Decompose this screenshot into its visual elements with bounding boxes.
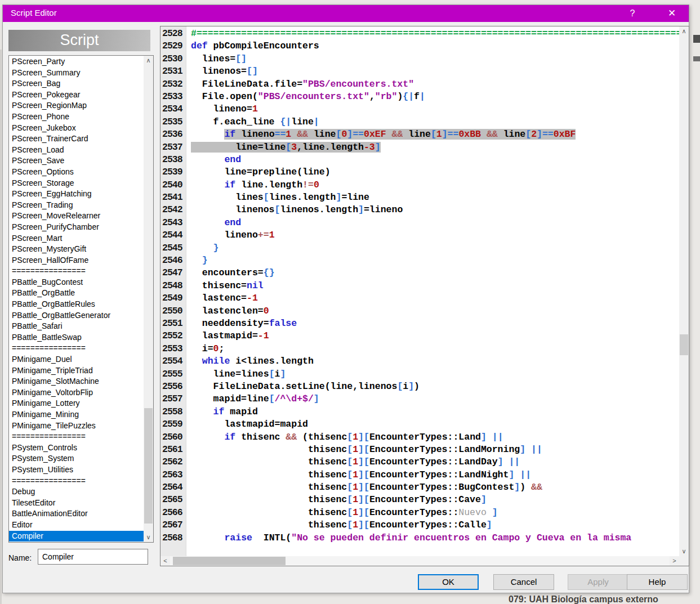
code-line[interactable]: #=======================================…: [191, 28, 679, 40]
script-list-item[interactable]: PScreen_Storage: [9, 178, 144, 189]
script-list-item[interactable]: PScreen_Phone: [9, 111, 144, 123]
code-line[interactable]: }: [191, 242, 679, 254]
script-list-item[interactable]: TilesetEditor: [9, 498, 144, 509]
script-list-item[interactable]: PScreen_Mart: [9, 233, 144, 244]
code-line[interactable]: line=lines[i]: [191, 368, 679, 381]
editor-code[interactable]: #=======================================…: [187, 26, 679, 556]
script-list[interactable]: PScreen_PartyPScreen_SummaryPScreen_BagP…: [8, 55, 154, 543]
code-line[interactable]: thisenc[1][EncounterTypes::LandNight] ||: [191, 469, 679, 481]
script-list-item[interactable]: PScreen_Load: [9, 145, 144, 156]
code-line[interactable]: if lineno==1 && line[0]==0xEF && line[1]…: [191, 128, 679, 141]
code-line[interactable]: lines=[]: [191, 53, 679, 65]
script-list-item[interactable]: PScreen_PurifyChamber: [9, 222, 144, 233]
code-line[interactable]: line=prepline(line): [191, 166, 679, 178]
script-list-item[interactable]: BattleAnimationEditor: [9, 508, 144, 520]
script-list-item[interactable]: Debug: [9, 486, 144, 498]
script-list-item[interactable]: PBattle_Safari: [9, 321, 144, 332]
script-list-item[interactable]: ================: [9, 266, 144, 277]
code-line[interactable]: if mapid: [191, 406, 679, 418]
code-line[interactable]: lastmapid=mapid: [191, 418, 679, 431]
code-editor[interactable]: 2528252925302531253225332534253525362537…: [160, 26, 689, 566]
name-input[interactable]: Compiler: [38, 549, 148, 565]
code-line[interactable]: lineno+=1: [191, 229, 679, 241]
code-line[interactable]: thisenc[1][EncounterTypes::LandMorning] …: [191, 444, 679, 456]
scrollbar-thumb[interactable]: [144, 408, 153, 524]
ok-button[interactable]: OK: [418, 574, 479, 590]
editor-vertical-scrollbar[interactable]: ∧ ∨: [679, 26, 689, 556]
script-list-item[interactable]: Compiler: [9, 531, 144, 542]
code-line[interactable]: lineno=1: [191, 103, 679, 115]
code-line[interactable]: }: [191, 254, 679, 267]
script-list-item[interactable]: PScreen_Summary: [9, 68, 144, 79]
scrollbar-thumb[interactable]: [173, 557, 286, 565]
close-icon[interactable]: ✕: [659, 5, 684, 22]
script-list-item[interactable]: PScreen_Bag: [9, 78, 144, 90]
script-list-item[interactable]: PBattle_OrgBattleRules: [9, 299, 144, 310]
help-icon[interactable]: ?: [620, 5, 645, 22]
scroll-up-icon[interactable]: ∧: [679, 26, 689, 36]
script-list-item[interactable]: PMinigame_VoltorbFlip: [9, 387, 144, 399]
code-line[interactable]: end: [191, 217, 679, 229]
code-line[interactable]: linenos[linenos.length]=lineno: [191, 204, 679, 216]
code-line[interactable]: File.open("PBS/encounters.txt","rb"){|f|: [191, 91, 679, 103]
script-list-item[interactable]: PScreen_TrainerCard: [9, 133, 144, 145]
script-list-item[interactable]: PBattle_BugContest: [9, 277, 144, 288]
script-list-item[interactable]: PScreen_EggHatching: [9, 189, 144, 200]
script-list-item[interactable]: PSystem_Controls: [9, 442, 144, 454]
code-line[interactable]: linenos=[]: [191, 65, 679, 78]
code-line[interactable]: lastmapid=-1: [191, 330, 679, 342]
script-list-item[interactable]: PBattle_BattleSwap: [9, 332, 144, 343]
titlebar[interactable]: Script Editor ? ✕: [3, 5, 689, 22]
code-line[interactable]: thisenc[1][EncounterTypes::LandDay] ||: [191, 456, 679, 468]
cancel-button[interactable]: Cancel: [493, 574, 554, 590]
code-line[interactable]: thisenc[1][EncounterTypes::Nuevo ]: [191, 507, 679, 519]
code-line[interactable]: FileLineData.file="PBS/encounters.txt": [191, 78, 679, 91]
code-line[interactable]: i=0;: [191, 343, 679, 355]
code-line[interactable]: mapid=line[/^\d+$/]: [191, 393, 679, 405]
code-line[interactable]: end: [191, 154, 679, 166]
code-line[interactable]: thisenc[1][EncounterTypes::Cave]: [191, 494, 679, 506]
script-list-item[interactable]: PScreen_Pokegear: [9, 90, 144, 101]
script-list-item[interactable]: ================: [9, 476, 144, 487]
code-line[interactable]: thisenc[1][EncounterTypes::Calle]: [191, 519, 679, 531]
script-list-item[interactable]: PScreen_MoveRelearner: [9, 211, 144, 222]
code-line[interactable]: FileLineData.setLine(line,linenos[i]): [191, 381, 679, 393]
script-list-item[interactable]: ================: [9, 343, 144, 354]
script-list-item[interactable]: PBattle_OrgBattleGenerator: [9, 310, 144, 321]
scroll-down-icon[interactable]: ∨: [679, 547, 689, 556]
code-line[interactable]: def pbCompileEncounters: [191, 40, 679, 52]
help-button[interactable]: Help: [627, 574, 688, 590]
script-list-item[interactable]: ================: [9, 431, 144, 442]
script-list-item[interactable]: PScreen_Save: [9, 155, 144, 167]
script-list-item[interactable]: PBattle_OrgBattle: [9, 288, 144, 299]
script-list-item[interactable]: PSystem_System: [9, 453, 144, 464]
script-list-item[interactable]: PScreen_MysteryGift: [9, 244, 144, 255]
code-line[interactable]: lastenc=-1: [191, 292, 679, 305]
code-line[interactable]: raise INTL("No se pueden definir encuent…: [191, 532, 679, 544]
scrollbar-thumb[interactable]: [680, 334, 688, 355]
code-line[interactable]: needdensity=false: [191, 317, 679, 330]
code-line[interactable]: if line.length!=0: [191, 179, 679, 191]
code-line[interactable]: f.each_line {|line|: [191, 116, 679, 128]
code-line[interactable]: lastenclen=0: [191, 305, 679, 317]
scroll-up-icon[interactable]: ∧: [144, 56, 153, 65]
script-list-item[interactable]: PScreen_Jukebox: [9, 123, 144, 134]
code-line[interactable]: while i<lines.length: [191, 355, 679, 368]
script-list-item[interactable]: PMinigame_Lottery: [9, 398, 144, 409]
script-list-scrollbar[interactable]: ∧ ∨: [144, 56, 153, 542]
script-list-item[interactable]: PScreen_HallOfFame: [9, 255, 144, 266]
code-line[interactable]: thisenc=nil: [191, 280, 679, 292]
code-line[interactable]: thisenc[1][EncounterTypes::BugContest]) …: [191, 481, 679, 494]
script-list-item[interactable]: PScreen_Options: [9, 167, 144, 178]
apply-button[interactable]: Apply: [568, 574, 628, 590]
script-list-item[interactable]: Editor: [9, 520, 144, 531]
script-list-item[interactable]: PScreen_RegionMap: [9, 100, 144, 111]
scroll-left-icon[interactable]: <: [160, 556, 170, 566]
script-list-item[interactable]: PSystem_Utilities: [9, 464, 144, 476]
script-list-item[interactable]: PMinigame_Mining: [9, 409, 144, 420]
script-list-item[interactable]: PMinigame_TilePuzzles: [9, 420, 144, 432]
scroll-right-icon[interactable]: >: [670, 556, 679, 566]
script-list-item[interactable]: PScreen_Trading: [9, 200, 144, 211]
code-line[interactable]: encounters={}: [191, 267, 679, 279]
scroll-down-icon[interactable]: ∨: [144, 533, 153, 542]
